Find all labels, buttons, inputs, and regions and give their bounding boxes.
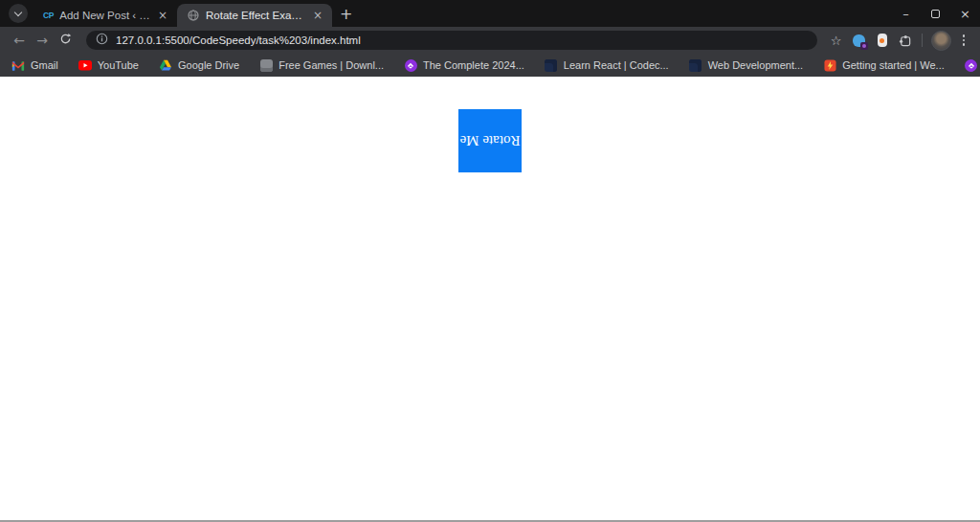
url-text: 127.0.0.1:5500/CodeSpeedy/task%203/index… — [116, 34, 361, 46]
bookmark-label: The Complete 2024... — [423, 59, 524, 71]
toolbar: ← → 127.0.0.1:5500/CodeSpeedy/task%203/i… — [0, 27, 980, 54]
bookmark-star-button[interactable]: ☆ — [825, 34, 848, 48]
cp-favicon: CP — [43, 11, 54, 20]
bookmark-google-drive[interactable]: Google Drive — [159, 58, 239, 72]
bookmark-label: YouTube — [98, 59, 139, 71]
bookmark-label: Google Drive — [178, 59, 239, 71]
bookmark-gmail[interactable]: Gmail — [11, 58, 58, 72]
bookmark-getting-started[interactable]: Getting started | We... — [823, 58, 945, 72]
google-drive-icon — [159, 58, 172, 72]
tab-title: Add New Post ‹ CodersPacket – — [59, 10, 151, 21]
tab-strip: CP Add New Post ‹ CodersPacket – × Rotat… — [0, 0, 980, 27]
tab-search-button[interactable] — [9, 4, 28, 23]
codecademy-icon — [689, 58, 702, 72]
close-window-button[interactable]: × — [950, 0, 980, 27]
rotate-box: Rotate Me — [458, 109, 522, 172]
reload-button[interactable] — [54, 33, 77, 48]
tab-coderspacket[interactable]: CP Add New Post ‹ CodersPacket – × — [33, 4, 177, 27]
bookmark-the-complete-2024[interactable]: The Complete 2024... — [404, 58, 524, 72]
bookmark-free-games[interactable]: Free Games | Downl... — [259, 58, 384, 72]
gmail-icon — [11, 58, 25, 72]
codecademy-icon — [545, 58, 558, 72]
maximize-icon — [931, 10, 940, 18]
browser-window: CP Add New Post ‹ CodersPacket – × Rotat… — [0, 0, 980, 522]
bookmark-label: Free Games | Downl... — [278, 59, 384, 71]
maximize-button[interactable] — [921, 0, 950, 27]
bookmark-web-development[interactable]: Web Development... — [689, 58, 803, 72]
close-tab-icon[interactable]: × — [310, 9, 325, 22]
site-info-icon[interactable] — [96, 32, 108, 49]
games-icon — [259, 58, 273, 72]
chevron-down-icon — [14, 8, 22, 15]
address-bar[interactable]: 127.0.0.1:5500/CodeSpeedy/task%203/index… — [86, 31, 817, 50]
star-icon: ☆ — [831, 34, 842, 48]
bookmark-label: Web Development... — [708, 59, 803, 71]
pill-extension-icon — [878, 34, 887, 47]
window-controls: – × — [891, 0, 980, 27]
close-tab-icon[interactable]: × — [155, 9, 170, 22]
page-content: Rotate Me — [0, 77, 980, 522]
forward-button[interactable]: → — [31, 33, 54, 48]
profile-avatar[interactable] — [931, 31, 951, 51]
bookmark-label: Learn React | Codec... — [564, 59, 669, 71]
extension-ghost-button[interactable] — [848, 34, 871, 47]
puzzle-icon — [898, 34, 912, 48]
ghost-extension-icon — [853, 34, 865, 47]
browser-menu-button[interactable] — [955, 34, 973, 46]
udemy-icon — [965, 58, 978, 72]
extension-pill-button[interactable] — [871, 34, 894, 47]
toolbar-separator — [922, 34, 923, 47]
bookmark-youtube[interactable]: YouTube — [78, 58, 139, 72]
bolt-icon — [823, 58, 836, 72]
bookmark-learn-burp[interactable]: Course: Learn Burp... — [965, 58, 980, 72]
globe-icon — [187, 9, 200, 22]
back-button[interactable]: ← — [8, 33, 31, 48]
bookmarks-bar: Gmail YouTube Google Drive — [0, 54, 980, 77]
youtube-icon — [78, 58, 92, 72]
rotate-box-label: Rotate Me — [460, 133, 521, 149]
tab-title: Rotate Effect Example — [206, 10, 306, 21]
tab-rotate-effect[interactable]: Rotate Effect Example × — [177, 4, 332, 27]
bookmark-label: Getting started | We... — [842, 59, 945, 71]
bookmark-learn-react[interactable]: Learn React | Codec... — [545, 58, 669, 72]
extensions-menu-button[interactable] — [894, 34, 917, 48]
udemy-icon — [404, 58, 417, 72]
minimize-button[interactable]: – — [891, 0, 921, 27]
new-tab-button[interactable]: + — [332, 5, 362, 27]
bookmark-label: Gmail — [31, 59, 58, 71]
